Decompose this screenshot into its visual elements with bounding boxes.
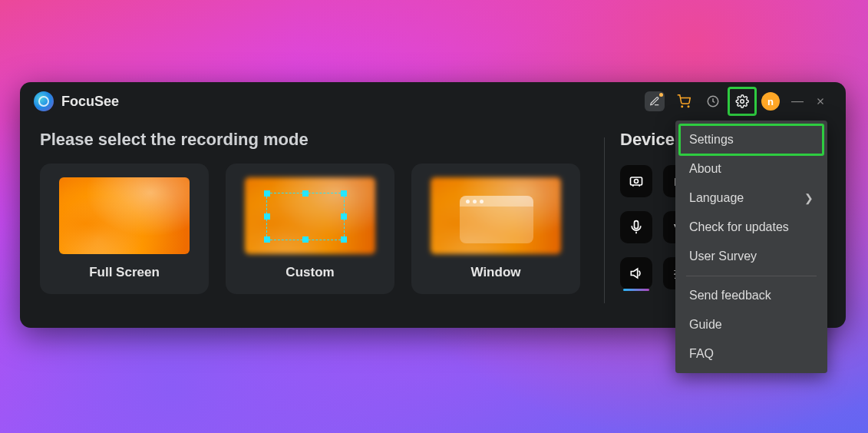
titlebar: FocuSee n —: [20, 82, 846, 121]
mic-icon[interactable]: [620, 211, 652, 243]
menu-item-guide[interactable]: Guide: [675, 310, 827, 339]
mode-label: Custom: [285, 265, 334, 280]
menu-item-language[interactable]: Language ❯: [675, 183, 827, 213]
menu-separator: [686, 276, 817, 276]
cart-icon[interactable]: [674, 91, 694, 111]
crop-box-icon: [266, 193, 345, 240]
menu-item-send-feedback[interactable]: Send feedback: [675, 281, 827, 310]
minimize-button[interactable]: —: [789, 94, 806, 108]
menu-item-label: Guide: [689, 318, 722, 332]
chevron-right-icon: ❯: [804, 192, 814, 204]
settings-dropdown-menu: Settings About Language ❯ Check for upda…: [675, 121, 827, 373]
svg-point-3: [741, 100, 744, 104]
mode-label: Window: [471, 265, 521, 280]
window-shape-icon: [460, 196, 533, 243]
menu-item-label: FAQ: [689, 347, 714, 361]
svg-point-0: [682, 106, 683, 107]
speaker-icon[interactable]: [620, 257, 652, 289]
recording-mode-panel: Please select the recording mode Full Sc…: [40, 130, 589, 311]
close-button[interactable]: [815, 96, 832, 107]
menu-item-user-survey[interactable]: User Survey: [675, 242, 827, 271]
edit-icon[interactable]: [645, 91, 665, 111]
vertical-divider: [604, 137, 605, 303]
recording-mode-heading: Please select the recording mode: [40, 130, 589, 150]
thumb-full-screen-icon: [59, 177, 190, 254]
app-title: FocuSee: [61, 94, 119, 110]
menu-item-label: User Survey: [689, 250, 757, 263]
svg-rect-4: [631, 177, 642, 185]
mode-card-full-screen[interactable]: Full Screen: [40, 164, 209, 294]
menu-item-label: Settings: [689, 133, 734, 147]
camera-icon[interactable]: [620, 165, 652, 197]
user-avatar[interactable]: n: [761, 92, 780, 111]
menu-item-settings[interactable]: Settings: [675, 125, 827, 154]
menu-item-label: Language: [689, 191, 744, 205]
settings-button[interactable]: [732, 91, 752, 111]
app-logo-icon: [34, 91, 54, 111]
titlebar-actions: n —: [645, 91, 832, 111]
menu-item-label: Check for updates: [689, 220, 789, 234]
svg-rect-6: [635, 221, 639, 229]
svg-point-5: [635, 180, 639, 183]
mode-card-custom[interactable]: Custom: [226, 164, 394, 294]
menu-item-check-updates[interactable]: Check for updates: [675, 213, 827, 242]
menu-item-about[interactable]: About: [675, 154, 827, 183]
menu-item-faq[interactable]: FAQ: [675, 339, 827, 369]
history-icon[interactable]: [703, 91, 723, 111]
menu-item-label: About: [689, 162, 721, 176]
menu-item-label: Send feedback: [689, 289, 771, 302]
svg-point-1: [688, 106, 689, 107]
mode-label: Full Screen: [89, 265, 160, 280]
mode-card-window[interactable]: Window: [411, 164, 580, 294]
